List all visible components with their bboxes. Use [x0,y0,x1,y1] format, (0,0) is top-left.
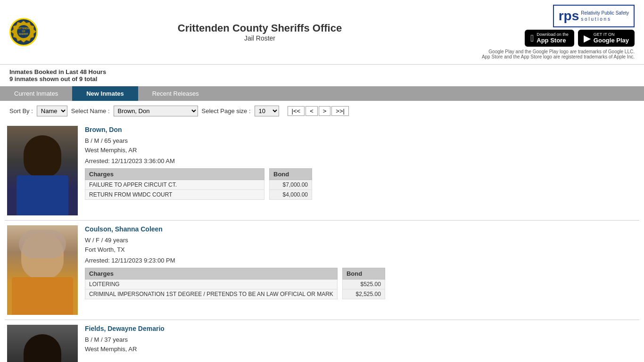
bond-col: Bond $525.00 $2,525.00 [342,268,385,299]
rps-logo: rps Relativity Public Safety s o l u t i… [553,5,635,27]
bond-cell: $7,000.00 [270,180,312,190]
inmate-race-sex-age: B / M / 65 years [85,137,630,144]
bond-table: Bond $7,000.00 $4,000.00 [269,168,312,200]
inmate-location: Fort Worth, TX [85,246,630,253]
sheriff-badge: CRITTENDEN CO SHERIFF [9,18,38,46]
page-subtitle: Jail Roster [178,34,342,42]
inmate-race-sex-age: B / M / 37 years [85,336,630,343]
header-right: rps Relativity Public Safety s o l u t i… [482,5,635,59]
app-buttons:  Download on the App Store ▶ GET IT ON … [525,30,635,47]
inmate-details: Fields, Dewayne Demario B / M / 37 years… [78,325,637,362]
inmate-name[interactable]: Fields, Dewayne Demario [85,325,630,332]
inmate-location: West Memphis, AR [85,147,630,154]
rps-logo-text: rps [559,8,579,24]
inmate-arrested: Arrested: 12/11/2023 3:36:00 AM [85,157,630,165]
inmate-race-sex-age: W / F / 49 years [85,237,630,244]
inmate-photo [7,225,78,315]
charges-header: Charges [85,169,264,180]
inmate-location: West Memphis, AR [85,346,630,353]
last-page-button[interactable]: >>| [331,106,349,116]
inmate-arrested: Arrested: 12/11/2023 9:23:00 PM [85,257,630,264]
table-row: LOITERING [85,280,338,289]
sort-by-select[interactable]: Name Date Race Sex [37,106,67,116]
pagination: |<< < > >>| [288,106,349,116]
charges-header: Charges [85,268,338,280]
google-play-text: GET IT ON Google Play [594,33,629,44]
inmates-booked-label: Inmates Booked in Last 48 Hours [9,68,635,75]
next-page-button[interactable]: > [319,106,331,116]
table-row: $7,000.00 [270,180,312,190]
rps-description: Relativity Public Safety s o l u t i o n… [581,10,629,22]
app-store-text: Download on the App Store [537,33,569,44]
table-row: $4,000.00 [270,190,312,200]
nav-tabs: Current Inmates New Inmates Recent Relea… [0,86,644,101]
bond-cell: $525.00 [342,280,385,289]
inmate-list: Brown, Don B / M / 65 years West Memphis… [0,121,644,362]
charges-col: Charges LOITERING CRIMINAL IMPERSONATION… [85,268,338,299]
charges-col: Charges FAILURE TO APPER CIRCUIT CT. RET… [85,168,264,200]
table-row: CRIMINAL IMPERSONATION 1ST DEGREE / PRET… [85,289,338,299]
charges-table: Charges FAILURE TO APPER CIRCUIT CT. RET… [85,168,264,200]
select-name-dropdown[interactable]: Brown, Don Coulson, Shanna Coleen Fields… [114,106,198,116]
inmate-photo [7,325,78,362]
page-header: CRITTENDEN CO SHERIFF Crittenden County … [0,0,644,65]
charges-section: Charges FAILURE TO APPER CIRCUIT CT. RET… [85,168,630,200]
prev-page-button[interactable]: < [305,106,318,116]
table-row: Fields, Dewayne Demario B / M / 37 years… [5,320,639,362]
tab-recent-releases[interactable]: Recent Releases [138,86,213,101]
charge-cell: LOITERING [85,280,338,289]
bond-col: Bond $7,000.00 $4,000.00 [269,168,312,200]
table-row: FAILURE TO APPER CIRCUIT CT. [85,180,264,190]
charges-section: Charges LOITERING CRIMINAL IMPERSONATION… [85,268,630,299]
tab-current-inmates[interactable]: Current Inmates [0,86,72,101]
inmates-count-label: 9 inmates shown out of 9 total [9,75,635,82]
bond-table: Bond $525.00 $2,525.00 [342,268,385,299]
inmate-name[interactable]: Brown, Don [85,126,630,133]
sort-by-label: Sort By : [9,107,33,115]
charge-cell: CRIMINAL IMPERSONATION 1ST DEGREE / PRET… [85,289,338,299]
bond-header: Bond [342,268,385,280]
apple-icon:  [530,33,534,44]
svg-text:CRITTENDEN: CRITTENDEN [16,27,31,30]
svg-text:SHERIFF: SHERIFF [19,33,29,35]
bond-cell: $2,525.00 [342,289,385,299]
inmate-details: Coulson, Shanna Coleen W / F / 49 years … [78,225,637,315]
charge-cell: FAILURE TO APPER CIRCUIT CT. [85,180,264,190]
svg-text:CO: CO [22,30,25,33]
header-center: Crittenden County Sheriffs Office Jail R… [178,22,342,42]
charges-table: Charges LOITERING CRIMINAL IMPERSONATION… [85,268,338,299]
header-left: CRITTENDEN CO SHERIFF [9,18,38,46]
app-disclaimer: Google Play and the Google Play logo are… [482,49,635,59]
table-row: $525.00 [342,280,385,289]
inmate-name[interactable]: Coulson, Shanna Coleen [85,225,630,233]
tab-new-inmates[interactable]: New Inmates [72,86,138,101]
table-row: Brown, Don B / M / 65 years West Memphis… [5,121,639,221]
first-page-button[interactable]: |<< [288,106,305,116]
info-bar: Inmates Booked in Last 48 Hours 9 inmate… [0,65,644,86]
google-play-icon: ▶ [584,33,591,44]
select-page-size-label: Select Page size : [202,107,251,115]
google-play-button[interactable]: ▶ GET IT ON Google Play [578,30,635,47]
table-row: RETURN FROM WMDC COURT [85,190,264,200]
inmate-details: Brown, Don B / M / 65 years West Memphis… [78,126,637,215]
table-row: $2,525.00 [342,289,385,299]
inmate-photo [7,126,78,215]
app-store-button[interactable]:  Download on the App Store [525,30,574,47]
controls-bar: Sort By : Name Date Race Sex Select Name… [0,101,644,121]
page-title: Crittenden County Sheriffs Office [178,22,342,34]
bond-cell: $4,000.00 [270,190,312,200]
select-name-label: Select Name : [71,107,110,115]
table-row: Coulson, Shanna Coleen W / F / 49 years … [5,221,639,320]
page-size-select[interactable]: 10 25 50 100 [255,106,279,116]
charge-cell: RETURN FROM WMDC COURT [85,190,264,200]
bond-header: Bond [270,169,312,180]
